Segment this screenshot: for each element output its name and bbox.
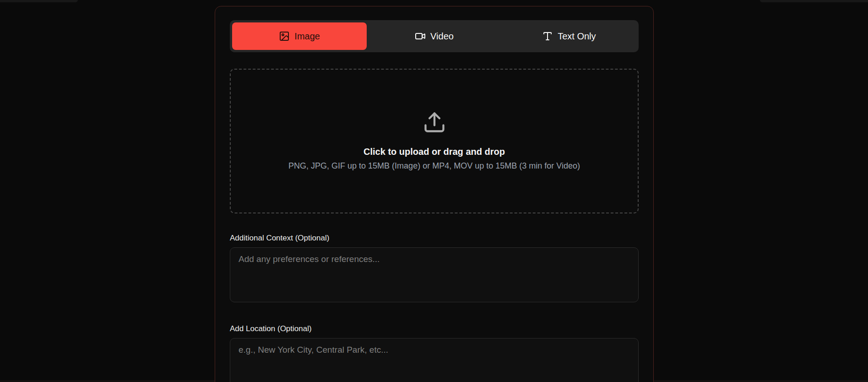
dropzone-subtitle: PNG, JPG, GIF up to 15MB (Image) or MP4,… (288, 160, 580, 172)
tab-text-only[interactable]: Text Only (502, 22, 636, 50)
upload-form-card: Image Video Text Only (215, 6, 654, 382)
type-icon (542, 31, 553, 42)
video-icon (415, 31, 426, 42)
tab-image[interactable]: Image (232, 22, 367, 50)
tab-image-label: Image (294, 31, 320, 42)
image-icon (279, 31, 290, 42)
tab-video[interactable]: Video (367, 22, 501, 50)
add-location-label: Add Location (Optional) (230, 323, 639, 334)
additional-context-input[interactable] (230, 247, 639, 302)
additional-context-label: Additional Context (Optional) (230, 233, 639, 244)
media-type-tabbar: Image Video Text Only (230, 20, 639, 52)
tab-text-only-label: Text Only (558, 31, 596, 42)
add-location-input[interactable] (230, 338, 639, 382)
upload-icon (423, 110, 446, 145)
dropzone-title: Click to upload or drag and drop (363, 145, 505, 158)
file-upload-dropzone[interactable]: Click to upload or drag and drop PNG, JP… (230, 69, 639, 213)
top-edge-card-right (760, 0, 868, 2)
tab-video-label: Video (430, 31, 454, 42)
top-edge-card-left (0, 0, 78, 2)
